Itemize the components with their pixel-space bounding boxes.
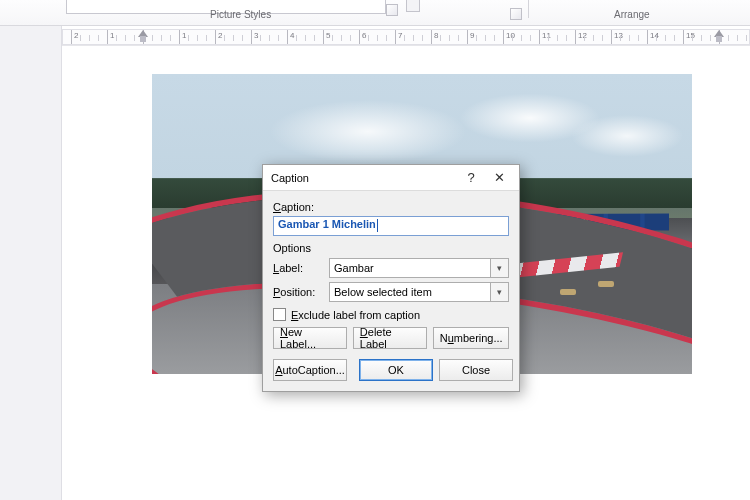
ruler-number: 11: [542, 31, 551, 40]
text-caret: [377, 219, 378, 232]
label-select-value: Gambar: [334, 262, 374, 274]
ruler-minor-tick: [224, 35, 225, 41]
ruler-number: 2: [74, 31, 78, 40]
ruler-minor-tick: [98, 35, 99, 41]
ruler-number: 13: [614, 31, 623, 40]
picture-styles-dialog-launcher[interactable]: [386, 4, 398, 16]
ruler-minor-tick: [494, 35, 495, 41]
ruler-tick: [359, 30, 360, 44]
group-label-picture-styles: Picture Styles: [210, 9, 271, 20]
ruler-minor-tick: [602, 35, 603, 41]
label-field-label: Label:: [273, 262, 329, 274]
chevron-down-icon: ▾: [490, 259, 508, 277]
ruler-minor-tick: [305, 35, 306, 41]
exclude-label-checkbox[interactable]: [273, 308, 286, 321]
ruler-tick: [431, 30, 432, 44]
ruler-minor-tick: [584, 35, 585, 41]
ruler-minor-tick: [629, 35, 630, 41]
ok-button[interactable]: OK: [359, 359, 433, 381]
ruler-gutter: [0, 26, 62, 46]
ruler-tick: [215, 30, 216, 44]
ruler-number: 1: [182, 31, 186, 40]
ruler-number: 7: [398, 31, 402, 40]
caption-input-value: Gambar 1 Michelin: [278, 218, 376, 230]
caption-dialog: Caption ? ✕ Caption: Gambar 1 Michelin O…: [262, 164, 520, 392]
ruler-tick: [107, 30, 108, 44]
position-select[interactable]: Below selected item ▾: [329, 282, 509, 302]
ruler-tick: [539, 30, 540, 44]
ruler-number: 8: [434, 31, 438, 40]
ruler-tick: [395, 30, 396, 44]
horizontal-ruler[interactable]: 2112345678910111213141517: [62, 29, 750, 45]
delete-label-button[interactable]: Delete Label: [353, 327, 427, 349]
close-x-button[interactable]: ✕: [485, 168, 513, 188]
options-heading: Options: [273, 242, 509, 254]
ruler-minor-tick: [197, 35, 198, 41]
right-margin-marker[interactable]: [714, 30, 724, 44]
caption-input[interactable]: Gambar 1 Michelin: [273, 216, 509, 236]
ruler-minor-tick: [746, 35, 747, 41]
ribbon: Picture Styles Picture Layout▾ Text▾ Sel…: [0, 0, 750, 26]
ruler-minor-tick: [449, 35, 450, 41]
ruler-minor-tick: [422, 35, 423, 41]
ruler-number: 15: [686, 31, 695, 40]
ruler-tick: [467, 30, 468, 44]
ruler-minor-tick: [314, 35, 315, 41]
ruler-minor-tick: [521, 35, 522, 41]
ruler-number: 14: [650, 31, 659, 40]
ruler-minor-tick: [170, 35, 171, 41]
ruler-minor-tick: [548, 35, 549, 41]
ruler-minor-tick: [485, 35, 486, 41]
ruler-minor-tick: [125, 35, 126, 41]
ruler-number: 12: [578, 31, 587, 40]
label-buttons-row: New Label... Delete Label Numbering...: [273, 327, 509, 349]
group-label-arrange: Arrange: [614, 9, 650, 20]
ruler-minor-tick: [233, 35, 234, 41]
ruler-minor-tick: [620, 35, 621, 41]
vertical-ruler-gutter: [0, 46, 62, 500]
image-car: [598, 281, 614, 287]
exclude-label-text: Exclude label from caption: [291, 309, 420, 321]
document-page[interactable]: MICHELIN MICHELIN MICHELIN Caption ? ✕ C…: [62, 46, 750, 500]
ruler-minor-tick: [296, 35, 297, 41]
help-button[interactable]: ?: [457, 168, 485, 188]
ruler-number: 4: [290, 31, 294, 40]
ruler-minor-tick: [701, 35, 702, 41]
close-button[interactable]: Close: [439, 359, 513, 381]
ruler-tick: [287, 30, 288, 44]
dialog-footer: AutoCaption... OK Close: [273, 359, 509, 381]
picture-layout-dialog-launcher[interactable]: [510, 8, 522, 20]
ruler-tick: [575, 30, 576, 44]
ruler-minor-tick: [152, 35, 153, 41]
chevron-down-icon: ▾: [490, 283, 508, 301]
ruler-minor-tick: [404, 35, 405, 41]
ruler-minor-tick: [656, 35, 657, 41]
caption-field-label: Caption:: [273, 201, 509, 213]
exclude-label-row[interactable]: Exclude label from caption: [273, 308, 509, 321]
ruler-minor-tick: [116, 35, 117, 41]
ruler-minor-tick: [566, 35, 567, 41]
numbering-button[interactable]: Numbering...: [433, 327, 509, 349]
ruler-minor-tick: [341, 35, 342, 41]
dialog-titlebar[interactable]: Caption ? ✕: [263, 165, 519, 191]
image-sky: [152, 82, 692, 172]
ruler-minor-tick: [512, 35, 513, 41]
ruler-minor-tick: [440, 35, 441, 41]
autocaption-button[interactable]: AutoCaption...: [273, 359, 347, 381]
ruler-tick: [503, 30, 504, 44]
position-row: Position: Below selected item ▾: [273, 282, 509, 302]
picture-border-button[interactable]: [406, 0, 420, 12]
ruler-minor-tick: [476, 35, 477, 41]
options-section: Options Label: Gambar ▾ Position: Below …: [273, 242, 509, 302]
left-margin-marker[interactable]: [138, 30, 148, 44]
ruler-tick: [683, 30, 684, 44]
help-icon: ?: [467, 170, 474, 185]
new-label-button[interactable]: New Label...: [273, 327, 347, 349]
ruler-minor-tick: [458, 35, 459, 41]
ruler-tick: [71, 30, 72, 44]
ruler-minor-tick: [737, 35, 738, 41]
ruler-minor-tick: [206, 35, 207, 41]
document-area: MICHELIN MICHELIN MICHELIN Caption ? ✕ C…: [0, 46, 750, 500]
close-icon: ✕: [494, 170, 505, 185]
label-select[interactable]: Gambar ▾: [329, 258, 509, 278]
